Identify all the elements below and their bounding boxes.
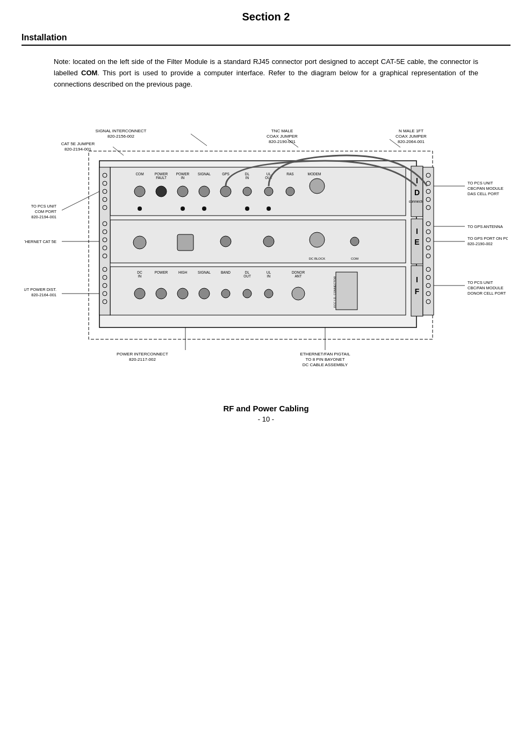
svg-text:I: I [416,275,418,284]
svg-text:DC: DC [137,270,142,274]
footer-area: RF and Power Cabling - 10 - [21,404,511,434]
footer-title: RF and Power Cabling [21,404,511,413]
svg-point-38 [199,186,210,197]
svg-point-55 [220,236,231,247]
svg-text:MODEM: MODEM [308,172,321,176]
svg-text:TO 8 PIN BAYONET: TO 8 PIN BAYONET [305,357,344,362]
svg-point-86 [292,287,305,300]
svg-text:POWER: POWER [155,172,168,176]
svg-text:DC CABLE ASSEMBLY: DC CABLE ASSEMBLY [303,362,348,367]
note-text: Note: located on the left side of the Fi… [54,56,478,90]
svg-text:TO PCS UNIT: TO PCS UNIT [468,280,493,285]
svg-text:I: I [416,227,418,236]
svg-text:D: D [414,188,420,197]
svg-text:GPS: GPS [222,172,229,176]
svg-text:820-2190-002: 820-2190-002 [468,241,493,246]
svg-text:820-2156-002: 820-2156-002 [107,134,134,139]
svg-text:TO GPS PORT ON PCS UNIT: TO GPS PORT ON PCS UNIT [468,236,508,241]
svg-point-81 [177,288,188,299]
svg-point-83 [221,289,230,298]
svg-point-53 [133,236,146,249]
svg-text:FCC I.D. CONNECTOR: FCC I.D. CONNECTOR [333,276,336,308]
svg-point-80 [156,288,167,299]
svg-point-59 [350,237,359,246]
svg-point-82 [199,288,210,299]
diagram-svg: SIGNAL INTERCONNECT 820-2156-002 CAT 5E … [24,103,508,382]
svg-point-48 [245,206,249,211]
svg-text:DONOR CELL PORT: DONOR CELL PORT [468,291,506,296]
svg-text:COM: COM [135,172,143,176]
svg-text:SIGNAL: SIGNAL [198,172,211,176]
svg-point-42 [286,187,294,196]
svg-point-35 [134,186,145,197]
svg-text:CAT 5E JUMPER: CAT 5E JUMPER [61,141,95,146]
svg-text:DAS CELL PORT: DAS CELL PORT [468,191,499,196]
svg-text:ETHERNET/FAN PIGTAIL: ETHERNET/FAN PIGTAIL [300,352,350,356]
svg-text:UL: UL [267,172,271,176]
svg-text:820-2117-002: 820-2117-002 [129,357,156,362]
svg-text:820-2194-001: 820-2194-001 [64,147,91,152]
svg-rect-49 [110,220,406,263]
svg-text:INPUT POWER DIST.: INPUT POWER DIST. [24,287,56,292]
svg-text:F: F [415,287,420,296]
page-title: Section 2 [21,11,511,23]
footer-page: - 10 - [21,415,511,423]
section-label: Installation [21,33,511,42]
svg-point-47 [267,206,271,211]
svg-text:ETHERNET CAT 5E: ETHERNET CAT 5E [24,239,56,244]
svg-text:DONOR: DONOR [292,270,305,274]
svg-text:E: E [414,238,419,246]
divider [21,45,511,46]
svg-text:820-2064-001: 820-2064-001 [398,139,425,144]
svg-point-44 [138,206,142,211]
svg-text:CBC/FAN MODULE: CBC/FAN MODULE [468,286,504,290]
svg-text:POWER: POWER [176,172,190,176]
svg-text:CBC/FAN MODULE: CBC/FAN MODULE [468,186,504,191]
svg-point-85 [264,289,273,298]
svg-point-57 [310,232,325,247]
svg-text:UL: UL [267,270,271,274]
note-bold: COM [81,69,97,77]
svg-text:SIGNAL: SIGNAL [198,270,211,274]
svg-text:POWER: POWER [155,270,168,274]
svg-point-40 [243,187,251,196]
svg-text:IN: IN [138,274,142,278]
svg-text:COAX JUMPER: COAX JUMPER [267,134,298,139]
svg-text:COAX JUMPER: COAX JUMPER [396,134,427,139]
svg-point-37 [177,186,188,197]
svg-text:TO PCS UNIT: TO PCS UNIT [31,204,57,209]
svg-text:FAULT: FAULT [156,176,167,180]
svg-text:COM: COM [351,257,358,260]
svg-text:820-2164-001: 820-2164-001 [31,293,56,297]
svg-point-46 [202,206,206,211]
svg-point-39 [220,186,231,197]
svg-point-36 [156,186,167,197]
svg-text:IN: IN [267,274,271,278]
svg-text:DL: DL [245,172,250,176]
svg-text:DC BLOCK: DC BLOCK [309,257,326,260]
svg-point-79 [134,288,145,299]
svg-text:RAS: RAS [286,172,294,176]
svg-text:N MALE 1FT: N MALE 1FT [399,129,423,133]
svg-text:SIGNAL INTERCONNECT: SIGNAL INTERCONNECT [96,129,147,133]
svg-text:BAND: BAND [221,270,231,274]
note-part2: . This port is used to provide a compute… [54,69,478,88]
svg-point-84 [243,289,251,298]
svg-point-41 [264,187,273,196]
svg-text:POWER INTERCONNECT: POWER INTERCONNECT [117,352,168,356]
svg-rect-54 [177,234,193,251]
svg-text:IN: IN [246,176,249,180]
svg-text:HIGH: HIGH [178,270,188,274]
svg-point-56 [263,236,274,247]
svg-text:I: I [416,176,418,185]
svg-text:TO GPS ANTENNA: TO GPS ANTENNA [468,224,503,229]
svg-point-45 [181,206,185,211]
diagram-area: SIGNAL INTERCONNECT 820-2156-002 CAT 5E … [21,103,511,382]
svg-text:TO PCS UNIT: TO PCS UNIT [468,181,493,186]
svg-text:COM PORT: COM PORT [35,209,57,214]
svg-text:820-2190-001: 820-2190-001 [269,139,296,144]
svg-text:DL: DL [245,270,250,274]
svg-text:TNC MALE: TNC MALE [271,129,293,133]
svg-text:IN: IN [181,176,185,180]
svg-point-43 [310,179,325,194]
